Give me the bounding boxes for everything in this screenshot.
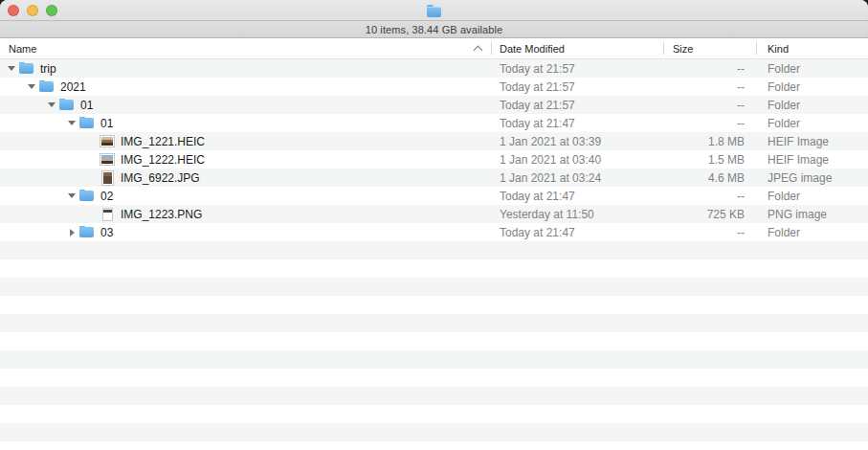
folder-icon xyxy=(38,78,56,96)
kind-cell: HEIF Image xyxy=(756,132,868,150)
file-name: trip xyxy=(40,62,56,76)
size-cell: 4.6 MB xyxy=(663,169,756,187)
file-name: 03 xyxy=(100,226,113,239)
folder-icon xyxy=(78,114,96,132)
file-list: trip Today at 21:57 -- Folder 2021 Today… xyxy=(0,59,868,450)
list-row[interactable]: trip Today at 21:57 -- Folder xyxy=(0,59,868,78)
disclosure-triangle-icon xyxy=(85,132,99,150)
minimize-button[interactable] xyxy=(27,5,38,16)
date-modified-cell: Today at 21:57 xyxy=(491,78,663,96)
column-header-name[interactable]: Name xyxy=(0,38,491,58)
column-label-date-modified: Date Modified xyxy=(500,43,565,55)
list-row[interactable]: 01 Today at 21:57 -- Folder xyxy=(0,96,868,114)
file-name: IMG_6922.JPG xyxy=(121,171,200,185)
column-header-size[interactable]: Size xyxy=(663,38,756,58)
zoom-button[interactable] xyxy=(46,5,57,16)
column-label-size: Size xyxy=(673,43,693,55)
size-cell: -- xyxy=(663,223,756,241)
disclosure-triangle-icon xyxy=(85,205,99,223)
disclosure-triangle-icon[interactable] xyxy=(25,78,38,96)
date-modified-cell: Today at 21:57 xyxy=(491,96,663,114)
close-button[interactable] xyxy=(8,5,19,16)
title-proxy-area xyxy=(0,0,868,20)
date-modified-cell: 1 Jan 2021 at 03:40 xyxy=(491,150,663,169)
name-cell: IMG_1223.PNG xyxy=(0,205,491,223)
disclosure-triangle-icon[interactable] xyxy=(65,187,78,205)
size-cell: -- xyxy=(663,96,756,114)
disclosure-triangle-icon xyxy=(85,150,99,169)
proxy-folder-icon[interactable] xyxy=(426,3,442,17)
size-cell: -- xyxy=(663,78,756,96)
disclosure-triangle-icon xyxy=(85,169,99,187)
file-name: IMG_1223.PNG xyxy=(121,208,202,221)
name-cell: 02 xyxy=(0,187,491,205)
disclosure-triangle-icon[interactable] xyxy=(65,114,78,132)
date-modified-cell: Today at 21:47 xyxy=(491,223,663,241)
name-cell: 2021 xyxy=(0,78,491,96)
folder-icon xyxy=(78,187,96,205)
file-name: 2021 xyxy=(60,80,86,94)
list-row[interactable]: 03 Today at 21:47 -- Folder xyxy=(0,223,868,241)
column-header-row: Name Date Modified Size Kind xyxy=(0,38,868,59)
file-name: 02 xyxy=(100,190,113,203)
size-cell: 1.8 MB xyxy=(663,132,756,150)
file-name: IMG_1221.HEIC xyxy=(121,135,205,148)
kind-cell: Folder xyxy=(756,114,868,132)
list-row[interactable]: 02 Today at 21:47 -- Folder xyxy=(0,187,868,205)
disclosure-triangle-icon[interactable] xyxy=(65,223,78,241)
file-name: 01 xyxy=(100,117,113,130)
kind-cell: HEIF Image xyxy=(756,150,868,169)
size-cell: -- xyxy=(663,187,756,205)
list-row[interactable]: IMG_1221.HEIC 1 Jan 2021 at 03:39 1.8 MB… xyxy=(0,132,868,150)
title-bar[interactable] xyxy=(0,0,868,21)
column-label-name: Name xyxy=(9,43,36,55)
date-modified-cell: Yesterday at 11:50 xyxy=(491,205,663,223)
status-text: 10 items, 38.44 GB available xyxy=(366,24,502,35)
size-cell: 725 KB xyxy=(663,205,756,223)
disclosure-triangle-icon[interactable] xyxy=(45,96,58,114)
name-cell: IMG_1222.HEIC xyxy=(0,150,491,169)
kind-cell: PNG image xyxy=(756,205,868,223)
file-name: 01 xyxy=(80,99,93,112)
name-cell: 03 xyxy=(0,223,491,241)
name-cell: IMG_6922.JPG xyxy=(0,169,491,187)
photo-sky-icon xyxy=(99,150,116,169)
folder-icon xyxy=(18,59,35,78)
status-bar: 10 items, 38.44 GB available xyxy=(0,21,868,38)
name-cell: IMG_1221.HEIC xyxy=(0,132,491,150)
folder-icon xyxy=(78,223,96,241)
kind-cell: Folder xyxy=(756,187,868,205)
photo-portrait-icon xyxy=(99,169,116,187)
disclosure-triangle-icon[interactable] xyxy=(5,59,18,78)
kind-cell: JPEG image xyxy=(756,169,868,187)
file-name: IMG_1222.HEIC xyxy=(121,153,205,167)
date-modified-cell: Today at 21:47 xyxy=(491,114,663,132)
name-cell: trip xyxy=(0,59,491,78)
list-row[interactable]: 2021 Today at 21:57 -- Folder xyxy=(0,78,868,96)
size-cell: -- xyxy=(663,114,756,132)
list-row[interactable]: IMG_6922.JPG 1 Jan 2021 at 03:24 4.6 MB … xyxy=(0,169,868,187)
size-cell: 1.5 MB xyxy=(663,150,756,169)
sort-ascending-icon xyxy=(474,46,483,56)
name-cell: 01 xyxy=(0,114,491,132)
list-row[interactable]: IMG_1222.HEIC 1 Jan 2021 at 03:40 1.5 MB… xyxy=(0,150,868,169)
column-header-kind[interactable]: Kind xyxy=(756,38,868,58)
date-modified-cell: Today at 21:57 xyxy=(491,59,663,78)
kind-cell: Folder xyxy=(756,59,868,78)
size-cell: -- xyxy=(663,59,756,78)
traffic-lights xyxy=(8,5,57,16)
list-row[interactable]: IMG_1223.PNG Yesterday at 11:50 725 KB P… xyxy=(0,205,868,223)
column-header-date-modified[interactable]: Date Modified xyxy=(491,38,663,58)
date-modified-cell: 1 Jan 2021 at 03:39 xyxy=(491,132,663,150)
kind-cell: Folder xyxy=(756,96,868,114)
list-row[interactable]: 01 Today at 21:47 -- Folder xyxy=(0,114,868,132)
name-cell: 01 xyxy=(0,96,491,114)
finder-window: 10 items, 38.44 GB available Name Date M… xyxy=(0,0,868,450)
kind-cell: Folder xyxy=(756,78,868,96)
kind-cell: Folder xyxy=(756,223,868,241)
photo-sunset-icon xyxy=(99,132,116,150)
date-modified-cell: 1 Jan 2021 at 03:24 xyxy=(491,169,663,187)
png-document-icon xyxy=(99,205,116,223)
folder-icon xyxy=(58,96,76,114)
date-modified-cell: Today at 21:47 xyxy=(491,187,663,205)
